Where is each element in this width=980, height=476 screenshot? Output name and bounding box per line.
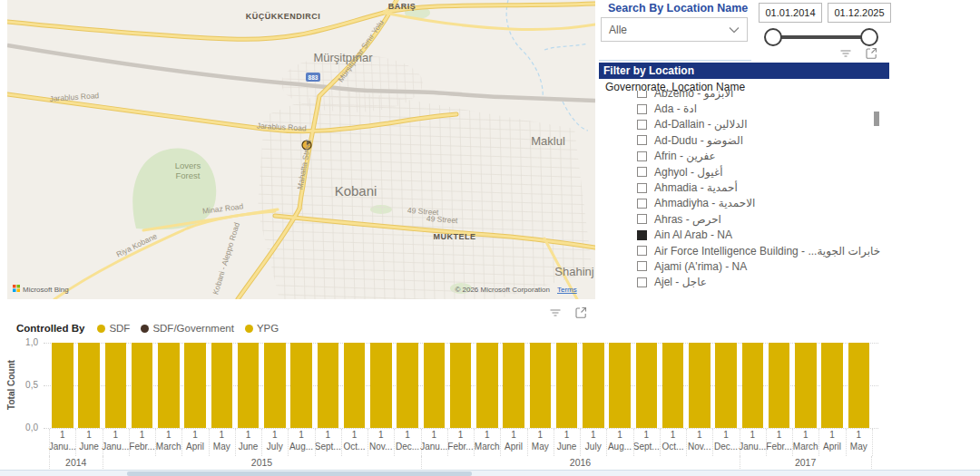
location-list-item[interactable]: Afrin - عفرين <box>599 149 889 164</box>
legend-item[interactable]: SDF <box>97 323 130 334</box>
checkbox-checked-icon[interactable] <box>637 230 647 240</box>
x-axis-day-label: 1 <box>262 430 288 440</box>
checkbox-icon[interactable] <box>637 246 647 256</box>
map-place-label: Forest <box>176 170 201 180</box>
location-list-item[interactable]: Ad-Dallain - الدلالين <box>599 117 889 132</box>
bar[interactable] <box>184 343 206 428</box>
date-slider-handle-end[interactable] <box>860 28 878 46</box>
bar[interactable] <box>503 343 524 428</box>
bar[interactable] <box>795 343 817 428</box>
bar[interactable] <box>530 343 552 428</box>
x-axis-separator <box>261 429 262 456</box>
horizontal-scrollbar[interactable] <box>0 470 980 476</box>
location-list-item[interactable]: Ajami (A'rima) - NA <box>599 258 889 274</box>
bar[interactable] <box>290 343 312 428</box>
location-list[interactable]: Abzemo - الابزموAda - ادةAd-Dallain - ال… <box>599 91 889 296</box>
location-list-item[interactable]: Ad-Dudu - الضوضو <box>599 132 889 148</box>
checkbox-icon[interactable] <box>637 214 647 224</box>
bar[interactable] <box>211 343 233 428</box>
x-axis-month-label: Nov... <box>368 442 395 452</box>
checkbox-icon[interactable] <box>637 183 647 193</box>
route-shield: 883 <box>306 73 320 82</box>
bar[interactable] <box>132 343 153 428</box>
bar[interactable] <box>848 343 870 428</box>
date-slider-handle-start[interactable] <box>764 28 782 46</box>
focus-mode-icon[interactable] <box>573 306 588 320</box>
checkbox-icon[interactable] <box>637 277 647 287</box>
bar[interactable] <box>821 343 843 428</box>
bar[interactable] <box>105 343 127 428</box>
checkbox-icon[interactable] <box>637 199 647 209</box>
location-label: Ahras - احرص <box>654 213 721 226</box>
bar[interactable] <box>476 343 498 428</box>
x-axis-month-label: July <box>580 442 607 452</box>
location-list-item[interactable]: Ada - ادة <box>599 101 889 116</box>
location-list-item[interactable]: Ajel - عاجل <box>599 275 889 290</box>
x-axis-day-label: 1 <box>289 430 314 440</box>
checkbox-icon[interactable] <box>637 120 647 130</box>
bar[interactable] <box>769 343 790 428</box>
map-place-label: KÜÇÜKKENDIRCI <box>246 12 321 21</box>
horizontal-scrollbar-thumb[interactable] <box>127 471 472 476</box>
x-axis-day-label: 1 <box>182 430 208 440</box>
slicer-visual-header <box>838 46 878 61</box>
bar[interactable] <box>397 343 418 428</box>
bar[interactable] <box>318 343 339 428</box>
legend-item[interactable]: SDF/Government <box>141 323 233 334</box>
bar[interactable] <box>78 343 100 428</box>
y-axis-tick: 0,0 <box>13 423 38 432</box>
location-label: Ada - ادة <box>654 102 697 115</box>
x-axis-separator <box>129 429 130 456</box>
bar[interactable] <box>742 343 764 428</box>
location-list-item[interactable]: Aghyol - أغيول <box>599 164 889 180</box>
checkbox-icon[interactable] <box>637 91 647 98</box>
bar[interactable] <box>52 343 74 428</box>
checkbox-icon[interactable] <box>637 151 647 161</box>
checkbox-icon[interactable] <box>637 104 647 114</box>
date-slider-track[interactable] <box>773 35 869 39</box>
location-list-item[interactable]: Air Force Intelligence Building - ...خاب… <box>599 243 889 258</box>
bar[interactable] <box>264 343 286 428</box>
filter-icon[interactable] <box>548 306 563 320</box>
map-place-label: Kobani <box>335 183 377 199</box>
bar[interactable] <box>344 343 366 428</box>
bar[interactable] <box>689 343 710 428</box>
bar[interactable] <box>370 343 392 428</box>
legend-item[interactable]: YPG <box>245 323 279 334</box>
location-dropdown[interactable]: Alle <box>601 17 748 42</box>
bing-map[interactable]: 883 Microsoft Bing © 2026 Microsoft Corp… <box>7 0 595 299</box>
checkbox-icon[interactable] <box>637 261 647 271</box>
bar[interactable] <box>424 343 446 428</box>
bar[interactable] <box>450 343 472 428</box>
y-axis-tick: 0,5 <box>13 380 38 390</box>
bar[interactable] <box>609 343 631 428</box>
bar[interactable] <box>715 343 737 428</box>
location-list-item[interactable]: Ain Al Arab - NA <box>599 228 889 243</box>
list-scrollbar-thumb[interactable] <box>874 112 879 126</box>
x-axis-day-label: 1 <box>76 430 102 440</box>
bar[interactable] <box>662 343 684 428</box>
bar[interactable] <box>238 343 260 428</box>
terms-link[interactable]: Terms <box>557 286 577 294</box>
map-place-label: Lovers <box>175 160 201 170</box>
x-axis-month-label: Dec... <box>712 442 740 452</box>
legend-dot-icon <box>97 325 105 333</box>
focus-mode-icon[interactable] <box>864 46 878 61</box>
checkbox-icon[interactable] <box>637 167 647 177</box>
location-list-item[interactable]: Ahras - احرص <box>599 211 889 227</box>
location-list-item[interactable]: Abzemo - الابزمو <box>599 91 889 101</box>
x-axis-day-label: 1 <box>581 430 606 440</box>
date-start-input[interactable]: 01.01.2014 <box>759 3 822 23</box>
bar[interactable] <box>158 343 180 428</box>
location-list-item[interactable]: Ahmadia - أحمدية <box>599 180 889 195</box>
filter-icon[interactable] <box>838 46 853 61</box>
checkbox-icon[interactable] <box>637 135 647 145</box>
location-list-item[interactable]: Ahmadiyha - الاحمدية <box>599 196 889 211</box>
date-end-input[interactable]: 01.12.2025 <box>828 3 891 23</box>
bar[interactable] <box>636 343 658 428</box>
bar[interactable] <box>583 343 604 428</box>
bar[interactable] <box>556 343 578 428</box>
location-label: Aghyol - أغيول <box>654 166 723 179</box>
x-axis-separator <box>288 429 289 456</box>
map-road-label: Mahatta Street <box>295 139 313 190</box>
